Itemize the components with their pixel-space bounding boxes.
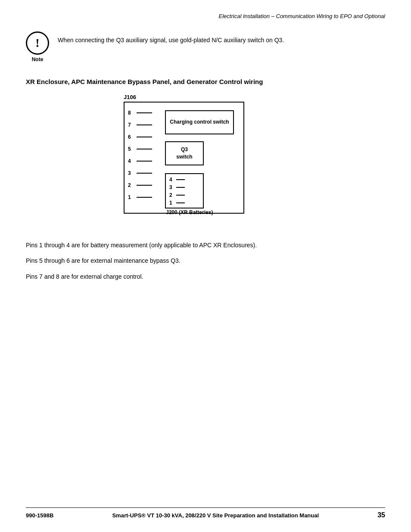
body-paragraph-2: Pins 5 through 6 are for external mainte… (26, 256, 385, 265)
footer-page-number: 35 (377, 511, 385, 519)
j200-label: J200 (XR Batteries) (166, 209, 213, 215)
footer-manual-title: Smart-UPS® VT 10-30 kVA, 208/220 V Site … (112, 512, 319, 519)
q3-switch-box: Q3 switch (165, 141, 204, 165)
pin-row-6: 6 (128, 131, 152, 143)
pin-row-7: 7 (128, 119, 152, 131)
charging-control-label: Charging control switch (170, 119, 229, 126)
page-header: Electrical Installation – Communication … (26, 13, 385, 19)
j106-label: J106 (124, 94, 136, 100)
pin-row-5: 5 (128, 143, 152, 155)
pin-row-3: 3 (128, 167, 152, 179)
note-icon: ! (26, 31, 49, 55)
footer-part-number: 990-1598B (26, 512, 53, 519)
j200-pin-row-1: 1 (169, 199, 185, 207)
body-text-area: Pins 1 through 4 are for battery measure… (26, 240, 385, 287)
section-title: XR Enclosure, APC Maintenance Bypass Pan… (26, 78, 385, 85)
body-paragraph-1: Pins 1 through 4 are for battery measure… (26, 240, 385, 250)
note-label: Note (32, 56, 44, 62)
pin-row-2: 2 (128, 179, 152, 191)
j200-pin-row-3: 3 (169, 184, 185, 191)
pin-row-1: 1 (128, 191, 152, 203)
j200-box: 4 3 2 1 (165, 173, 204, 208)
note-section: ! Note When connecting the Q3 auxiliary … (26, 31, 385, 62)
pin-row-4: 4 (128, 155, 152, 167)
page-footer: 990-1598B Smart-UPS® VT 10-30 kVA, 208/2… (26, 507, 385, 519)
note-icon-wrapper: ! Note (26, 31, 49, 62)
page-container: Electrical Installation – Communication … (0, 0, 411, 532)
diagram-wrapper: J106 8 7 6 (124, 94, 287, 219)
j200-pin-row-2: 2 (169, 191, 185, 199)
charging-control-box: Charging control switch (165, 110, 234, 134)
j106-box: 8 7 6 5 (124, 102, 244, 214)
note-text: When connecting the Q3 auxiliary signal,… (58, 31, 284, 45)
diagram-container: J106 8 7 6 (26, 94, 385, 219)
q3-switch-label: Q3 switch (176, 146, 192, 161)
body-paragraph-3: Pins 7 and 8 are for external charge con… (26, 272, 385, 281)
pin-row-8: 8 (128, 107, 152, 119)
j200-inner-pins: 4 3 2 1 (169, 176, 185, 207)
j200-pin-row-4: 4 (169, 176, 185, 184)
header-title: Electrical Installation – Communication … (219, 13, 385, 19)
pins-area: 8 7 6 5 (128, 107, 152, 203)
